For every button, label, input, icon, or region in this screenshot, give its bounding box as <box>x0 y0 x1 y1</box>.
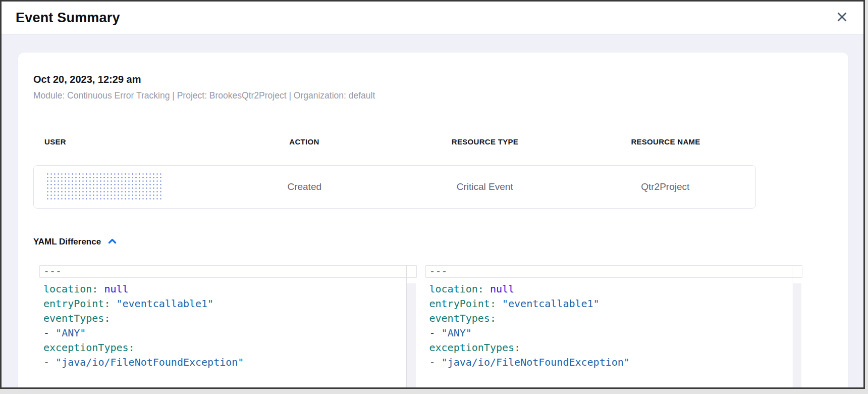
yaml-code-line: - "ANY" <box>39 326 417 340</box>
scrollbar-track[interactable] <box>407 283 416 387</box>
event-timestamp: Oct 20, 2023, 12:29 am <box>33 74 833 85</box>
gutter-divider <box>792 265 792 387</box>
yaml-code-line: entryPoint: "eventcallable1" <box>39 297 417 311</box>
yaml-code-line: location: null <box>39 282 417 297</box>
close-icon <box>836 11 848 25</box>
yaml-code-line: location: null <box>425 282 803 297</box>
header-action: ACTION <box>214 137 395 146</box>
chevron-up-icon <box>107 237 118 247</box>
yaml-code-line: - "java/io/FileNotFoundException" <box>425 355 803 370</box>
modal-body: Oct 20, 2023, 12:29 am Module: Continuou… <box>2 34 863 387</box>
yaml-panel-after[interactable]: ---location: nullentryPoint: "eventcalla… <box>425 265 803 387</box>
action-cell: Created <box>214 181 395 192</box>
gutter-divider <box>406 265 407 387</box>
event-summary-modal: Event Summary Oct 20, 2023, 12:29 am Mod… <box>0 0 865 389</box>
yaml-panel-before[interactable]: ---location: nullentryPoint: "eventcalla… <box>39 265 417 387</box>
redacted-user-name <box>46 172 163 202</box>
yaml-code-line: - "ANY" <box>425 326 803 340</box>
close-button[interactable] <box>833 9 850 26</box>
table-row: Created Critical Event Qtr2Project <box>33 165 756 209</box>
yaml-code-line: - "java/io/FileNotFoundException" <box>39 355 417 370</box>
table-header-row: USER ACTION RESOURCE TYPE RESOURCE NAME <box>33 137 756 146</box>
yaml-diff: ---location: nullentryPoint: "eventcalla… <box>39 265 802 387</box>
user-cell <box>34 172 214 202</box>
modal-header: Event Summary <box>2 2 863 34</box>
yaml-difference-header: YAML Difference <box>33 236 833 248</box>
yaml-code-line: entryPoint: "eventcallable1" <box>425 297 803 311</box>
event-card: Oct 20, 2023, 12:29 am Module: Continuou… <box>18 53 848 387</box>
collapse-section-button[interactable] <box>106 236 119 248</box>
yaml-code-line: --- <box>425 265 803 278</box>
header-resource-name: RESOURCE NAME <box>575 137 756 146</box>
yaml-code-line: --- <box>39 265 417 278</box>
page-title: Event Summary <box>16 10 120 26</box>
yaml-code-line: exceptionTypes: <box>425 340 803 355</box>
yaml-code-line: eventTypes: <box>39 311 417 326</box>
event-meta: Module: Continuous Error Tracking | Proj… <box>33 90 833 101</box>
resource-type-cell: Critical Event <box>395 181 575 192</box>
header-resource-type: RESOURCE TYPE <box>395 137 575 146</box>
yaml-code-line: exceptionTypes: <box>39 340 417 355</box>
scrollbar-track[interactable] <box>793 283 801 387</box>
yaml-code-line: eventTypes: <box>425 311 803 326</box>
resource-name-cell: Qtr2Project <box>575 181 756 192</box>
audit-table: USER ACTION RESOURCE TYPE RESOURCE NAME … <box>33 137 756 209</box>
header-user: USER <box>33 137 214 146</box>
yaml-difference-label: YAML Difference <box>33 237 101 247</box>
